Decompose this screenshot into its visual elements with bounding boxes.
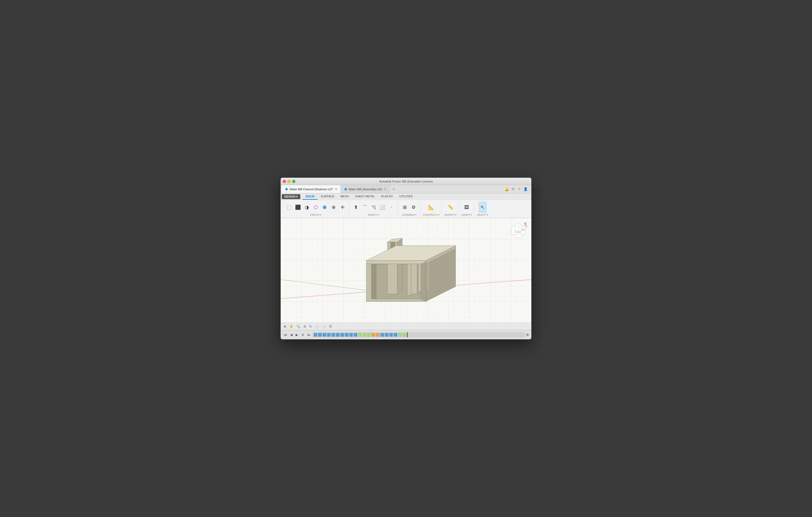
titlebar: Autodesk Fusion 360 (Education License): [281, 178, 531, 185]
insert-button[interactable]: 🖼: [463, 202, 471, 213]
tab-sheet-metal[interactable]: SHEET METAL: [352, 193, 378, 200]
tab-close-2[interactable]: ✕: [383, 187, 386, 191]
tab-close-1[interactable]: ✕: [335, 187, 338, 191]
notifications-button[interactable]: 🔔: [504, 187, 509, 192]
timeline-block[interactable]: [314, 333, 317, 337]
timeline-block[interactable]: [340, 333, 344, 337]
construct-button[interactable]: 📐: [427, 202, 435, 213]
inspect-group-label: INSPECT ▾: [444, 214, 457, 216]
timeline-block[interactable]: [394, 333, 397, 337]
timeline-block[interactable]: [358, 333, 362, 337]
tab-plastic[interactable]: PLASTIC: [378, 193, 396, 200]
chamfer-button[interactable]: ◹: [369, 202, 378, 213]
visual-style-button[interactable]: ⬜: [321, 324, 327, 329]
press-pull-button[interactable]: ⬆: [352, 202, 360, 213]
move-icon: ✛: [341, 205, 345, 210]
svg-text:RIGHT: RIGHT: [521, 229, 525, 230]
svg-text:Z: Z: [526, 223, 527, 224]
ribbon-group-modify: ⬆ ⌒ ◹ ⬜ ⬝ MODIFY ▾: [349, 201, 398, 217]
tab-solid[interactable]: SOLID: [302, 193, 318, 200]
timeline-block[interactable]: [318, 333, 322, 337]
ribbon-tab-bar: DESIGN ▾ SOLID SURFACE MESH SHEET METAL …: [281, 193, 531, 200]
new-sketch-button[interactable]: ⬚: [285, 202, 293, 213]
modify-buttons: ⬆ ⌒ ◹ ⬜ ⬝: [352, 202, 396, 213]
timeline-block[interactable]: [345, 333, 348, 337]
account-button[interactable]: 👤: [523, 187, 528, 192]
fillet-icon: ⌒: [362, 205, 367, 210]
timeline-block[interactable]: [376, 333, 380, 337]
timeline-block[interactable]: [349, 333, 353, 337]
joint-button[interactable]: ⚙: [409, 202, 418, 213]
close-button[interactable]: [283, 180, 286, 183]
traffic-lights: [283, 180, 295, 183]
orbit-button[interactable]: ↻: [309, 324, 313, 329]
sync-button[interactable]: ⟳: [511, 187, 516, 192]
tab-bar: 🔷 Water Mill Channel (Redone) v12* ✕ 🔷 W…: [281, 185, 531, 193]
timeline-block[interactable]: [367, 333, 371, 337]
zoom-out-button[interactable]: ⊖: [303, 324, 307, 329]
timeline-block[interactable]: [327, 333, 331, 337]
create-buttons: ⬚ ⬛ ◑ ⬡ ⬢ ⊕: [285, 202, 347, 213]
timeline-back-button[interactable]: ◀: [289, 332, 293, 337]
rib-button[interactable]: ⊕: [329, 202, 338, 213]
timeline-block[interactable]: [336, 333, 340, 337]
timeline-block[interactable]: [380, 333, 384, 337]
select-group-label: SELECT ▾: [477, 214, 488, 216]
viewport[interactable]: FRONT RIGHT Z X ⊕ ✋ 🔍 ⊖ ↻ ⬜ ⬜ ☰: [281, 218, 531, 330]
pan-button[interactable]: ✋: [289, 324, 294, 329]
extrude-button[interactable]: ⬛: [294, 202, 302, 213]
press-pull-icon: ⬆: [354, 205, 358, 210]
new-sketch-icon: ⬚: [287, 205, 292, 210]
shell-button[interactable]: ⬜: [378, 202, 387, 213]
tab-water-mill-assembly[interactable]: 🔷 Water Mill (Assembly) v25 ✕: [341, 185, 389, 193]
new-component-icon: ⊞: [403, 205, 407, 210]
revolve-button[interactable]: ◑: [303, 202, 311, 213]
zoom-fit-button[interactable]: ⊕: [283, 324, 287, 329]
new-component-button[interactable]: ⊞: [401, 202, 409, 213]
timeline-block[interactable]: [389, 333, 393, 337]
select-button[interactable]: ↖: [478, 202, 487, 213]
fillet-button[interactable]: ⌒: [360, 202, 369, 213]
ribbon-group-create: ⬚ ⬛ ◑ ⬡ ⬢ ⊕: [283, 201, 349, 217]
inspect-button[interactable]: 📏: [446, 202, 455, 213]
ribbon: DESIGN ▾ SOLID SURFACE MESH SHEET METAL …: [281, 193, 531, 218]
timeline-block[interactable]: [385, 333, 388, 337]
sweep-button[interactable]: ⬡: [312, 202, 320, 213]
tab-icon-2: 🔷: [344, 188, 347, 190]
tab-mesh[interactable]: MESH: [338, 193, 352, 200]
display-mode-button[interactable]: ⬜: [314, 324, 320, 329]
move-button[interactable]: ✛: [338, 202, 347, 213]
timeline-pause-button[interactable]: ⏸: [300, 332, 305, 337]
svg-text:X: X: [526, 226, 527, 227]
timeline-play-button[interactable]: ▶: [295, 332, 299, 337]
timeline-settings-button[interactable]: ⚙: [526, 333, 529, 337]
loft-button[interactable]: ⬢: [320, 202, 329, 213]
timeline-block[interactable]: [354, 333, 357, 337]
draft-button[interactable]: ⬝: [387, 202, 396, 213]
grid-button[interactable]: ☰: [328, 324, 333, 329]
tab-utilities[interactable]: UTILITIES: [396, 193, 416, 200]
timeline-end-button[interactable]: ⏭: [306, 332, 312, 337]
construct-buttons: 📐: [427, 202, 435, 213]
timeline-block[interactable]: [331, 333, 335, 337]
tab-water-mill-channel[interactable]: 🔷 Water Mill Channel (Redone) v12* ✕: [282, 185, 341, 193]
timeline-block[interactable]: [362, 333, 366, 337]
timeline-block[interactable]: [323, 333, 326, 337]
nav-cube-container[interactable]: FRONT RIGHT Z X: [509, 222, 527, 240]
help-button[interactable]: ?: [517, 187, 522, 192]
draft-icon: ⬝: [390, 205, 393, 210]
tab-surface[interactable]: SURFACE: [318, 193, 338, 200]
ribbon-group-inspect: 📏 INSPECT ▾: [442, 201, 459, 217]
timeline-start-button[interactable]: ⏮: [283, 332, 288, 337]
timeline-block[interactable]: [403, 333, 406, 337]
maximize-button[interactable]: [292, 180, 295, 183]
timeline-block[interactable]: [398, 333, 402, 337]
timeline-block[interactable]: [372, 333, 375, 337]
design-menu-button[interactable]: DESIGN ▾: [282, 194, 300, 199]
loft-icon: ⬢: [323, 205, 327, 210]
new-tab-button[interactable]: ＋: [389, 185, 398, 193]
zoom-in-button[interactable]: 🔍: [296, 324, 301, 329]
minimize-button[interactable]: [288, 180, 291, 183]
ribbon-group-select: ↖ SELECT ▾: [475, 201, 490, 217]
timeline-playhead[interactable]: [407, 332, 408, 337]
